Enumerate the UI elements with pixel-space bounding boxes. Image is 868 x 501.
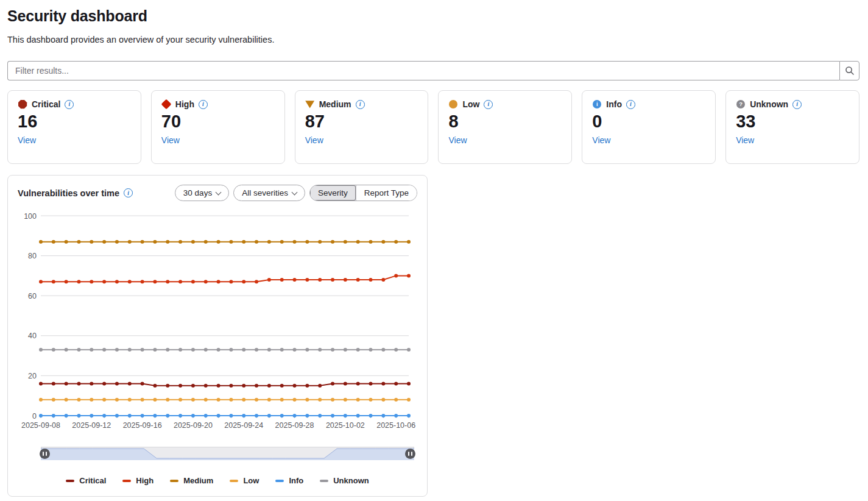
- legend-label: Medium: [183, 476, 213, 485]
- svg-text:60: 60: [28, 292, 37, 300]
- search-button[interactable]: [839, 61, 859, 80]
- chevron-down-icon: [216, 189, 222, 195]
- unknown-severity-icon: ?: [736, 99, 746, 109]
- severity-count: 8: [448, 112, 562, 132]
- legend-label: Low: [243, 476, 259, 485]
- security-dashboard-page: Security dashboard This dashboard provid…: [0, 0, 868, 497]
- toggle-severity[interactable]: Severity: [310, 185, 356, 201]
- filter-bar: [7, 61, 859, 80]
- legend-swatch: [66, 480, 74, 482]
- info-severity-icon: i: [592, 99, 602, 109]
- info-icon[interactable]: i: [792, 100, 802, 109]
- severity-card-low: Low i 8 View: [438, 90, 572, 164]
- svg-text:2025-09-28: 2025-09-28: [275, 421, 314, 430]
- severity-count: 16: [18, 112, 131, 132]
- filter-input[interactable]: [7, 61, 839, 80]
- severity-card-label: Low: [462, 99, 479, 109]
- chart-zoom-slider[interactable]: [41, 447, 414, 460]
- svg-text:2025-09-08: 2025-09-08: [21, 421, 60, 430]
- severity-card-medium: Medium i 87 View: [295, 90, 429, 164]
- severity-count: 87: [305, 112, 418, 132]
- legend-label: High: [136, 476, 153, 485]
- legend-item-high[interactable]: High: [122, 476, 153, 485]
- severity-count: 33: [736, 112, 849, 132]
- legend-item-info[interactable]: Info: [275, 476, 303, 485]
- severity-card-label: Unknown: [750, 99, 788, 109]
- legend-swatch: [230, 480, 238, 482]
- medium-severity-icon: [305, 99, 315, 109]
- view-link[interactable]: View: [448, 135, 467, 145]
- chevron-down-icon: [291, 189, 297, 195]
- legend-item-unknown[interactable]: Unknown: [320, 476, 369, 485]
- legend-swatch: [170, 480, 178, 482]
- date-range-dropdown[interactable]: 30 days: [175, 185, 229, 201]
- severity-card-label: High: [175, 99, 194, 109]
- info-icon[interactable]: i: [356, 100, 365, 109]
- severities-dropdown[interactable]: All severities: [233, 185, 305, 201]
- legend-swatch: [122, 480, 131, 482]
- info-icon[interactable]: i: [626, 100, 635, 109]
- legend-item-low[interactable]: Low: [230, 476, 259, 485]
- page-subtitle: This dashboard provides an overview of y…: [7, 35, 859, 44]
- severity-card-critical: Critical i 16 View: [7, 90, 141, 164]
- severity-cards-row: Critical i 16 View High i 70 View Medium…: [7, 90, 859, 164]
- chart-title: Vulnerabilities over time: [18, 188, 119, 198]
- svg-text:80: 80: [28, 252, 37, 260]
- slider-handle-right[interactable]: [405, 449, 415, 459]
- critical-severity-icon: [18, 99, 27, 109]
- page-title: Security dashboard: [7, 7, 859, 25]
- severity-card-label: Medium: [319, 99, 351, 109]
- info-icon[interactable]: i: [484, 100, 493, 109]
- legend-label: Critical: [79, 476, 106, 485]
- legend-swatch: [320, 480, 328, 482]
- severity-count: 0: [592, 112, 705, 132]
- svg-text:2025-10-02: 2025-10-02: [326, 421, 365, 430]
- legend-item-critical[interactable]: Critical: [66, 476, 106, 485]
- svg-text:2025-09-24: 2025-09-24: [224, 421, 263, 430]
- severity-card-label: Info: [606, 99, 622, 109]
- vulnerabilities-over-time-panel: Vulnerabilities over time i 30 days All …: [7, 175, 428, 497]
- severity-card-unknown: ? Unknown i 33 View: [725, 90, 859, 164]
- view-link[interactable]: View: [592, 135, 610, 145]
- low-severity-icon: [448, 99, 458, 109]
- view-link[interactable]: View: [305, 135, 323, 145]
- svg-text:20: 20: [28, 372, 37, 380]
- severity-card-label: Critical: [32, 99, 60, 109]
- svg-text:40: 40: [28, 332, 37, 340]
- high-severity-icon: [161, 99, 171, 109]
- svg-text:2025-09-20: 2025-09-20: [174, 421, 213, 430]
- chart-mode-toggle: Severity Report Type: [309, 185, 417, 201]
- toggle-report-type[interactable]: Report Type: [356, 185, 417, 201]
- info-icon[interactable]: i: [199, 100, 208, 109]
- svg-text:100: 100: [24, 212, 37, 221]
- view-link[interactable]: View: [18, 135, 36, 145]
- svg-text:2025-09-12: 2025-09-12: [72, 421, 111, 430]
- legend-swatch: [275, 480, 284, 482]
- legend-label: Info: [289, 476, 303, 485]
- severity-card-high: High i 70 View: [151, 90, 285, 164]
- chart-legend: CriticalHighMediumLowInfoUnknown: [18, 476, 417, 485]
- svg-text:2025-10-06: 2025-10-06: [376, 421, 415, 430]
- search-icon: [845, 66, 855, 76]
- svg-text:2025-09-16: 2025-09-16: [123, 421, 162, 430]
- svg-text:0: 0: [32, 412, 37, 421]
- severity-count: 70: [161, 112, 275, 132]
- info-icon[interactable]: i: [124, 188, 133, 197]
- slider-handle-left[interactable]: [40, 449, 50, 459]
- vulnerabilities-line-chart: 0204060801002025-09-082025-09-122025-09-…: [18, 207, 418, 436]
- view-link[interactable]: View: [736, 135, 754, 145]
- legend-item-medium[interactable]: Medium: [170, 476, 213, 485]
- severity-card-info: i Info i 0 View: [582, 90, 716, 164]
- legend-label: Unknown: [333, 476, 369, 485]
- info-icon[interactable]: i: [65, 100, 74, 109]
- view-link[interactable]: View: [161, 135, 180, 145]
